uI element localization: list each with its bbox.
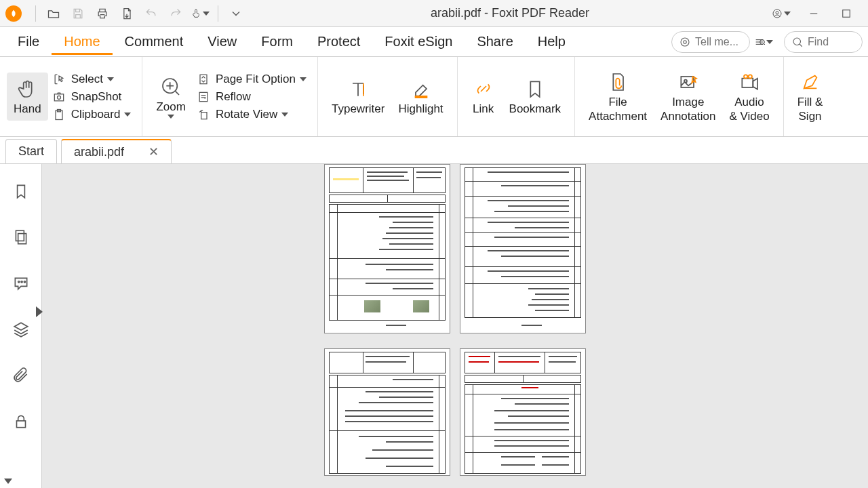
page-thumbnail[interactable] bbox=[324, 348, 450, 476]
pages-panel-icon[interactable] bbox=[10, 226, 32, 248]
find-search[interactable] bbox=[784, 31, 863, 53]
svg-point-23 bbox=[21, 281, 22, 283]
page-thumbnail-grid bbox=[324, 164, 586, 481]
document-tabs: Start arabii.pdf ✕ bbox=[0, 137, 868, 164]
svg-rect-21 bbox=[18, 234, 26, 244]
fill-sign-icon bbox=[798, 70, 823, 94]
menu-home[interactable]: Home bbox=[52, 28, 112, 55]
window-title: arabii.pdf - Foxit PDF Reader bbox=[248, 6, 772, 20]
highlight-icon bbox=[409, 77, 433, 101]
tab-document[interactable]: arabii.pdf ✕ bbox=[61, 139, 172, 163]
hand-icon bbox=[15, 77, 39, 101]
svg-point-3 bbox=[681, 38, 689, 46]
menu-form[interactable]: Form bbox=[249, 28, 305, 55]
menu-share[interactable]: Share bbox=[465, 28, 525, 55]
file-attachment-icon bbox=[606, 70, 630, 94]
close-icon[interactable]: ✕ bbox=[149, 144, 159, 159]
touch-icon[interactable] bbox=[191, 4, 210, 23]
navigation-rail bbox=[0, 164, 42, 488]
select-button[interactable]: Select bbox=[52, 73, 132, 86]
redo-icon[interactable] bbox=[166, 4, 185, 23]
svg-rect-17 bbox=[742, 79, 753, 87]
hand-label: Hand bbox=[14, 102, 41, 116]
security-panel-icon[interactable] bbox=[10, 411, 32, 432]
menu-protect[interactable]: Protect bbox=[305, 28, 372, 55]
open-icon[interactable] bbox=[44, 4, 63, 23]
save-icon[interactable] bbox=[68, 4, 87, 23]
minimize-icon[interactable] bbox=[804, 4, 823, 23]
highlight-button[interactable]: Highlight bbox=[391, 73, 450, 120]
svg-point-4 bbox=[684, 40, 687, 43]
find-input[interactable] bbox=[808, 36, 855, 48]
reflow-button[interactable]: Reflow bbox=[197, 90, 307, 104]
svg-point-6 bbox=[793, 38, 801, 45]
qa-more-icon[interactable] bbox=[226, 4, 245, 23]
search-options-icon[interactable] bbox=[754, 33, 773, 52]
layers-panel-icon[interactable] bbox=[10, 319, 32, 340]
menu-bar: File Home Comment View Form Protect Foxi… bbox=[0, 27, 868, 57]
zoom-button[interactable]: Zoom bbox=[149, 70, 192, 122]
body-area bbox=[0, 164, 868, 488]
svg-point-8 bbox=[57, 96, 60, 99]
page-thumbnail[interactable] bbox=[324, 164, 450, 333]
svg-rect-13 bbox=[199, 92, 208, 101]
page-icon[interactable] bbox=[117, 4, 136, 23]
clipboard-button[interactable]: Clipboard bbox=[52, 108, 132, 121]
svg-point-22 bbox=[18, 281, 19, 283]
menu-foxit-esign[interactable]: Foxit eSign bbox=[372, 28, 465, 55]
svg-rect-20 bbox=[16, 230, 24, 241]
print-icon[interactable] bbox=[93, 4, 112, 23]
image-annotation-icon bbox=[676, 70, 701, 94]
document-canvas[interactable] bbox=[42, 164, 868, 488]
svg-rect-2 bbox=[843, 9, 850, 17]
ribbon: Hand Select SnapShot Clipboard Zoom Page… bbox=[0, 57, 868, 137]
zoom-icon bbox=[159, 75, 183, 99]
image-annotation-button[interactable]: Image Annotation bbox=[654, 66, 722, 127]
hand-button[interactable]: Hand bbox=[7, 73, 48, 120]
svg-rect-25 bbox=[16, 421, 25, 428]
tell-me-search[interactable] bbox=[671, 31, 750, 53]
audio-video-button[interactable]: Audio & Video bbox=[722, 66, 776, 127]
rotate-view-button[interactable]: Rotate View bbox=[197, 108, 307, 121]
menu-view[interactable]: View bbox=[195, 28, 249, 55]
bookmark-button[interactable]: Bookmark bbox=[502, 73, 568, 120]
bookmarks-panel-icon[interactable] bbox=[10, 180, 32, 202]
app-logo-icon bbox=[5, 5, 22, 22]
user-icon[interactable] bbox=[772, 4, 791, 23]
bookmark-icon bbox=[523, 77, 547, 101]
svg-point-1 bbox=[776, 11, 778, 14]
menu-help[interactable]: Help bbox=[526, 28, 578, 55]
comments-panel-icon[interactable] bbox=[10, 272, 32, 294]
tell-me-input[interactable] bbox=[695, 36, 743, 48]
svg-point-24 bbox=[24, 281, 25, 283]
snapshot-button[interactable]: SnapShot bbox=[52, 90, 132, 104]
title-bar: arabii.pdf - Foxit PDF Reader bbox=[0, 0, 868, 27]
menu-file[interactable]: File bbox=[5, 28, 52, 55]
svg-rect-7 bbox=[54, 94, 63, 100]
separator bbox=[35, 5, 36, 22]
audio-video-icon bbox=[737, 70, 762, 94]
zoom-label: Zoom bbox=[156, 100, 185, 114]
page-thumbnail[interactable] bbox=[460, 348, 586, 476]
svg-point-18 bbox=[744, 75, 747, 78]
page-fit-button[interactable]: Page Fit Option bbox=[197, 73, 307, 86]
svg-rect-14 bbox=[201, 112, 207, 119]
rail-more-icon[interactable] bbox=[4, 479, 12, 484]
undo-icon[interactable] bbox=[142, 4, 161, 23]
link-button[interactable]: Link bbox=[465, 73, 502, 120]
svg-point-19 bbox=[749, 75, 752, 78]
attachments-panel-icon[interactable] bbox=[10, 365, 32, 386]
page-thumbnail[interactable] bbox=[460, 164, 586, 333]
fill-sign-button[interactable]: Fill & Sign bbox=[791, 66, 830, 127]
separator bbox=[218, 5, 218, 22]
expand-panel-icon[interactable] bbox=[36, 306, 43, 317]
typewriter-icon bbox=[346, 77, 370, 101]
file-attachment-button[interactable]: File Attachment bbox=[582, 66, 654, 127]
menu-comment[interactable]: Comment bbox=[113, 28, 196, 55]
maximize-icon[interactable] bbox=[837, 4, 856, 23]
tab-start[interactable]: Start bbox=[5, 139, 57, 163]
link-icon bbox=[471, 77, 496, 101]
typewriter-button[interactable]: Typewriter bbox=[325, 73, 391, 120]
